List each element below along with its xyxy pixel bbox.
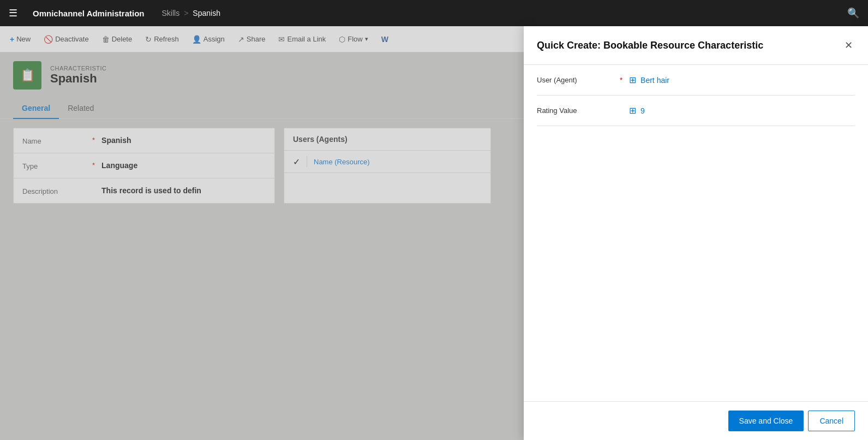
new-label: New: [16, 35, 31, 43]
description-field-row: Description * This record is used to def…: [14, 179, 274, 203]
top-navigation: ☰ Omnichannel Administration Skills > Sp…: [0, 0, 868, 26]
user-agent-required: *: [620, 76, 622, 84]
email-link-button[interactable]: ✉ Email a Link: [273, 32, 331, 47]
flow-label: Flow: [348, 35, 362, 43]
name-resource-link[interactable]: Name (Resource): [314, 158, 370, 166]
delete-button[interactable]: 🗑 Delete: [97, 32, 138, 47]
description-value[interactable]: This record is used to defin: [101, 186, 266, 195]
share-icon: ↗: [238, 35, 244, 44]
rating-value-container: ⊞ 9: [629, 105, 855, 116]
name-field-row: Name * Spanish: [14, 128, 274, 153]
type-label: Type: [22, 161, 88, 170]
quick-create-title: Quick Create: Bookable Resource Characte…: [537, 40, 763, 51]
command-bar: + New 🚫 Deactivate 🗑 Delete ↻ Refresh 👤 …: [0, 26, 524, 52]
form-area: Name * Spanish Type * Language Descripti…: [0, 119, 524, 212]
new-button[interactable]: + New: [4, 32, 36, 47]
hamburger-menu[interactable]: ☰: [4, 5, 22, 21]
type-required: *: [92, 161, 95, 169]
delete-label: Delete: [112, 35, 133, 43]
quick-create-header: Quick Create: Bookable Resource Characte…: [524, 26, 868, 65]
deactivate-icon: 🚫: [44, 35, 53, 44]
refresh-label: Refresh: [154, 35, 179, 43]
assign-button[interactable]: 👤 Assign: [187, 32, 230, 47]
refresh-icon: ↻: [145, 35, 152, 44]
rating-lookup-icon: ⊞: [629, 105, 636, 116]
rating-value-value[interactable]: 9: [640, 106, 645, 115]
cancel-button[interactable]: Cancel: [808, 411, 855, 431]
record-icon: 📋: [13, 61, 41, 90]
user-agent-value[interactable]: Bert hair: [640, 76, 669, 85]
share-label: Share: [247, 35, 266, 43]
flow-button[interactable]: ⬡ Flow ▾: [333, 32, 373, 47]
quick-create-panel: Quick Create: Bookable Resource Characte…: [524, 26, 868, 440]
users-card-header: Users (Agents): [284, 128, 490, 151]
share-button[interactable]: ↗ Share: [232, 32, 271, 47]
email-icon: ✉: [278, 35, 285, 44]
quick-create-close-button[interactable]: ✕: [842, 37, 855, 53]
record-icon-symbol: 📋: [20, 68, 35, 82]
flow-icon: ⬡: [339, 35, 345, 44]
rating-value-label: Rating Value: [537, 106, 613, 115]
name-label: Name: [22, 136, 88, 145]
word-icon: W: [381, 35, 388, 44]
email-label: Email a Link: [287, 35, 326, 43]
user-agent-label: User (Agent): [537, 76, 613, 84]
record-header: 📋 CHARACTERISTIC Spanish: [0, 52, 524, 98]
users-card: Users (Agents) ✓ Name (Resource): [284, 128, 491, 204]
breadcrumb-current: Spanish: [193, 9, 220, 17]
quick-create-body: User (Agent) * ⊞ Bert hair Rating Value …: [524, 65, 868, 401]
user-agent-value-container: ⊞ Bert hair: [629, 75, 855, 85]
breadcrumb-separator: >: [184, 9, 188, 17]
assign-icon: 👤: [192, 35, 201, 44]
delete-icon: 🗑: [102, 35, 110, 44]
type-field-row: Type * Language: [14, 153, 274, 179]
name-value[interactable]: Spanish: [101, 136, 266, 145]
type-value[interactable]: Language: [101, 161, 266, 170]
users-table-row: ✓ Name (Resource): [284, 151, 490, 173]
deactivate-label: Deactivate: [55, 35, 88, 43]
word-button[interactable]: W: [376, 32, 394, 47]
description-label: Description: [22, 186, 88, 195]
main-form-card: Name * Spanish Type * Language Descripti…: [13, 128, 275, 204]
new-icon: +: [10, 35, 14, 44]
name-required: *: [92, 136, 95, 144]
breadcrumb-parent[interactable]: Skills: [161, 9, 179, 17]
deactivate-button[interactable]: 🚫 Deactivate: [38, 32, 94, 47]
record-title: Spanish: [50, 72, 107, 86]
assign-label: Assign: [203, 35, 225, 43]
app-name: Omnichannel Administration: [28, 9, 148, 18]
search-icon[interactable]: 🔍: [843, 5, 864, 21]
column-separator: [307, 156, 307, 167]
record-meta: CHARACTERISTIC Spanish: [50, 65, 107, 86]
user-agent-field-row: User (Agent) * ⊞ Bert hair: [537, 65, 855, 96]
user-agent-lookup-icon: ⊞: [629, 75, 636, 85]
save-and-close-button[interactable]: Save and Close: [728, 411, 804, 431]
tab-general[interactable]: General: [13, 98, 59, 119]
tab-related[interactable]: Related: [59, 98, 103, 119]
background-area: + New 🚫 Deactivate 🗑 Delete ↻ Refresh 👤 …: [0, 26, 524, 440]
check-icon: ✓: [293, 157, 300, 167]
tab-bar: General Related: [0, 98, 524, 119]
flow-dropdown-icon: ▾: [365, 35, 368, 43]
quick-create-footer: Save and Close Cancel: [524, 401, 868, 440]
main-content: + New 🚫 Deactivate 🗑 Delete ↻ Refresh 👤 …: [0, 26, 868, 440]
breadcrumb: Skills > Spanish: [161, 9, 220, 17]
rating-value-field-row: Rating Value * ⊞ 9: [537, 96, 855, 126]
refresh-button[interactable]: ↻ Refresh: [140, 32, 184, 47]
record-type: CHARACTERISTIC: [50, 65, 107, 72]
